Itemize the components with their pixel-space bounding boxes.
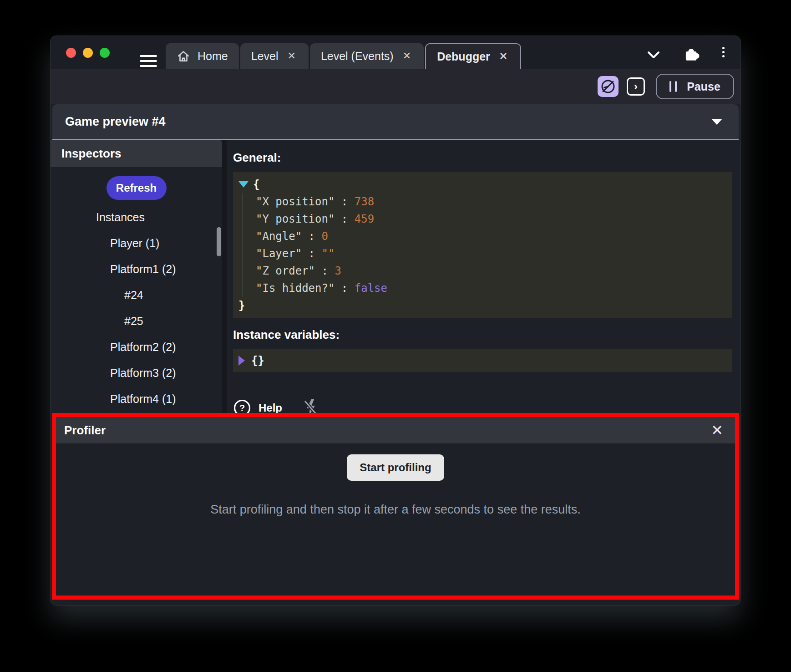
json-separator: : <box>335 195 354 208</box>
tab-bar: HomeLevel✕Level (Events)✕Debugger✕ <box>51 36 740 69</box>
profiler-header: Profiler ✕ <box>56 417 735 443</box>
profiler-close-icon[interactable]: ✕ <box>711 423 723 438</box>
pause-button-label: Pause <box>687 80 720 93</box>
json-entries: "X position" : 738"Y position" : 459"Ang… <box>243 193 732 297</box>
profiler-description: Start profiling and then stop it after a… <box>210 503 580 517</box>
tab-close-icon[interactable]: ✕ <box>497 50 509 63</box>
svg-text:?: ? <box>239 403 245 413</box>
inspector-detail: General: { "X position" : 738"Y position… <box>227 140 740 413</box>
tab-close-icon[interactable]: ✕ <box>285 49 297 63</box>
general-section-title: General: <box>233 151 732 165</box>
tab-label: Home <box>198 50 228 63</box>
json-line: "X position" : 738 <box>256 193 732 210</box>
debugger-content: Inspectors Refresh InstancesPlayer (1)Pl… <box>51 140 740 413</box>
tab-level-events[interactable]: Level (Events)✕ <box>310 43 424 69</box>
json-value: false <box>355 282 387 295</box>
json-line: "Layer" : "" <box>256 245 732 262</box>
json-value: 459 <box>355 213 374 225</box>
game-preview-header[interactable]: Game preview #4 <box>52 104 739 140</box>
json-separator: : <box>335 282 354 295</box>
chevron-down-icon[interactable] <box>646 50 661 61</box>
json-line: "Y position" : 459 <box>256 210 732 228</box>
tree-item-platform4-1[interactable]: Platform4 (1) <box>51 386 222 412</box>
debugger-toolbar: › Pause <box>51 69 740 104</box>
debugger-window: HomeLevel✕Level (Events)✕Debugger✕ › Pau <box>50 36 741 606</box>
home-icon <box>177 50 190 62</box>
main-menu-icon[interactable] <box>140 55 157 67</box>
tab-label: Level (Events) <box>321 50 394 63</box>
window-bottom-strip <box>51 600 740 605</box>
close-brace: } <box>238 299 245 312</box>
json-separator: : <box>335 213 354 225</box>
open-brace: { <box>253 178 259 191</box>
tab-strip: HomeLevel✕Level (Events)✕Debugger✕ <box>166 43 521 69</box>
json-close-line: } <box>238 297 732 314</box>
minimize-window-button[interactable] <box>83 48 93 58</box>
profiler-body: Start profiling Start profiling and then… <box>56 443 735 596</box>
pause-icon <box>669 81 677 92</box>
tree-item-platform2-2[interactable]: Platform2 (2) <box>51 334 222 360</box>
tab-label: Level <box>251 50 279 63</box>
console-button[interactable]: › <box>627 77 645 96</box>
tree-item-platform3-2[interactable]: Platform3 (2) <box>51 360 222 386</box>
gauge-icon <box>600 78 616 95</box>
json-line: "Angle" : 0 <box>256 228 732 245</box>
expanded-arrow-icon[interactable] <box>238 181 248 188</box>
help-label: Help <box>259 402 282 414</box>
column-divider <box>222 140 227 413</box>
zoom-window-button[interactable] <box>100 48 110 58</box>
refresh-button[interactable]: Refresh <box>106 176 167 200</box>
variables-root-line: {} <box>238 352 732 369</box>
more-menu-icon[interactable] <box>722 47 725 57</box>
json-key: "Is hidden?" <box>256 282 335 295</box>
json-separator: : <box>302 247 321 260</box>
inspectors-title: Inspectors <box>61 147 122 161</box>
traffic-lights <box>66 48 110 58</box>
json-key: "Z order" <box>256 265 315 277</box>
close-window-button[interactable] <box>66 48 76 58</box>
json-line: "Is hidden?" : false <box>256 280 732 297</box>
start-profiling-button[interactable]: Start profiling <box>347 454 444 481</box>
game-preview-title: Game preview #4 <box>52 115 166 129</box>
collapsed-arrow-icon[interactable] <box>238 356 245 366</box>
json-separator: : <box>315 265 335 277</box>
json-value: 738 <box>355 195 374 208</box>
empty-object: {} <box>251 354 264 367</box>
inspectors-header: Inspectors <box>51 140 222 167</box>
tree-item-24[interactable]: #24 <box>51 282 222 308</box>
json-separator: : <box>302 230 321 243</box>
console-chevron-icon: › <box>634 80 638 93</box>
inspectors-sidebar: Inspectors Refresh InstancesPlayer (1)Pl… <box>51 140 222 413</box>
profiler-panel: Profiler ✕ Start profiling Start profili… <box>52 413 739 600</box>
tree-item-25[interactable]: #25 <box>51 308 222 334</box>
json-value: "" <box>322 247 335 260</box>
instance-variables-json-viewer: {} <box>233 349 732 372</box>
tree-item-platform1-2[interactable]: Platform1 (2) <box>51 256 222 282</box>
json-key: "Angle" <box>256 230 302 243</box>
general-json-viewer: { "X position" : 738"Y position" : 459"A… <box>233 172 732 318</box>
pause-button[interactable]: Pause <box>656 74 734 99</box>
json-key: "X position" <box>256 195 335 208</box>
tree-item-instances[interactable]: Instances <box>51 204 222 230</box>
collapse-triangle-icon[interactable] <box>711 119 722 125</box>
tab-label: Debugger <box>437 50 490 63</box>
tab-home[interactable]: Home <box>166 43 239 69</box>
json-key: "Y position" <box>256 213 335 225</box>
json-key: "Layer" <box>256 247 302 260</box>
instance-variables-title: Instance variables: <box>233 328 732 342</box>
sidebar-scrollbar[interactable] <box>217 227 221 256</box>
extensions-icon[interactable] <box>681 44 700 63</box>
profiler-toggle-button[interactable] <box>598 76 619 97</box>
tab-level[interactable]: Level✕ <box>240 43 309 69</box>
tab-debugger[interactable]: Debugger✕ <box>425 43 521 69</box>
tree-item-player-1[interactable]: Player (1) <box>51 230 222 256</box>
json-root-line: { <box>238 176 732 193</box>
profiler-title: Profiler <box>56 423 106 438</box>
tab-close-icon[interactable]: ✕ <box>401 49 413 63</box>
instances-tree: InstancesPlayer (1)Platform1 (2)#24#25Pl… <box>51 204 222 412</box>
json-value: 3 <box>335 265 341 277</box>
json-value: 0 <box>322 230 328 243</box>
json-line: "Z order" : 3 <box>256 262 732 280</box>
